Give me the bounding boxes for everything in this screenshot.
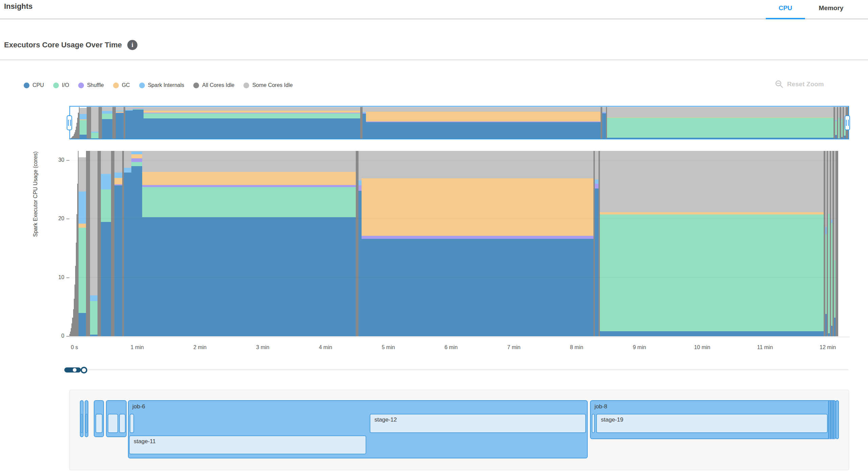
idle-band: [607, 107, 833, 117]
timeline-stage[interactable]: [592, 414, 595, 433]
x-tick-label: 1 min: [122, 344, 152, 350]
legend-item-i-o[interactable]: I/O: [53, 82, 69, 88]
idle-band: [142, 151, 356, 172]
chart-segment: [144, 107, 360, 139]
legend-item-gc[interactable]: GC: [113, 82, 130, 88]
legend-item-spark-internals[interactable]: Spark Internals: [139, 82, 185, 88]
idle-band: [97, 151, 101, 336]
chart-band: [91, 138, 99, 139]
x-tick-label: 9 min: [624, 344, 655, 350]
chart-band: [359, 191, 362, 336]
cpu-usage-chart[interactable]: [69, 149, 838, 336]
idle-band: [595, 151, 599, 180]
timeline-job-stripe[interactable]: [833, 401, 835, 439]
idle-band: [125, 107, 133, 110]
chart-band: [133, 108, 144, 108]
chart-segment: [79, 149, 86, 336]
chart-segment: [111, 149, 114, 336]
chart-band: [359, 180, 362, 186]
chart-band: [125, 110, 133, 111]
chart-band: [595, 184, 599, 188]
legend-dot-icon: [139, 83, 145, 88]
toggle-knob-icon: [73, 368, 77, 372]
chart-band: [79, 313, 86, 336]
timeline-stage[interactable]: [86, 414, 87, 433]
legend-item-label: I/O: [62, 82, 69, 88]
idle-band: [101, 151, 111, 174]
timeline-stage[interactable]: [108, 414, 118, 433]
legend-item-label: All Cores Idle: [202, 82, 234, 88]
chart-band: [131, 166, 142, 336]
timeline-stage[interactable]: [119, 414, 126, 433]
legend-item-all-cores-idle[interactable]: All Cores Idle: [193, 82, 234, 88]
minimap-chart[interactable]: [70, 107, 848, 139]
reset-zoom-button[interactable]: Reset Zoom: [775, 80, 824, 89]
chart-band: [607, 138, 833, 139]
idle-band: [116, 107, 124, 111]
chart-band: [595, 188, 599, 336]
timeline-job-stripe[interactable]: [830, 401, 833, 439]
chart-band: [114, 178, 122, 184]
chart-segment: [360, 107, 363, 139]
chart-band: [600, 331, 824, 336]
chart-band: [142, 187, 356, 217]
legend-item-shuffle[interactable]: Shuffle: [78, 82, 104, 88]
chart-band: [116, 112, 124, 113]
timeline-stage-stage-12[interactable]: [370, 414, 586, 433]
legend-dot-icon: [243, 83, 249, 88]
idle-band: [102, 107, 112, 111]
timeline-stage-stage-19[interactable]: [596, 414, 828, 433]
x-tick-label: 8 min: [561, 344, 592, 350]
section-title: Executors Core Usage Over Time: [4, 41, 122, 49]
slider-handle[interactable]: [81, 367, 87, 374]
brush-handle-right[interactable]: [845, 115, 850, 130]
chart-band: [102, 111, 112, 114]
info-icon[interactable]: i: [127, 40, 137, 50]
timeline-stage-stage-11[interactable]: [129, 435, 366, 454]
timeline-job-stripe[interactable]: [828, 401, 830, 439]
chart-band: [133, 107, 144, 107]
chart-segment: [366, 107, 601, 139]
timeline-stage[interactable]: [130, 414, 134, 433]
timeline-job[interactable]: [836, 400, 839, 439]
idle-band: [602, 107, 606, 112]
grip-icon: [68, 120, 71, 126]
y-axis-title: Spark Executor CPU Usage (cores): [32, 151, 39, 237]
chart-band: [366, 121, 601, 122]
legend-dot-icon: [78, 83, 84, 88]
idle-band: [114, 151, 122, 173]
idle-band: [360, 107, 363, 139]
chart-band: [366, 122, 601, 139]
x-tick-label: 11 min: [750, 344, 780, 350]
chart-band: [131, 152, 142, 155]
chart-band: [133, 109, 144, 110]
idle-band: [362, 151, 593, 179]
active-tab-underline: [766, 18, 805, 19]
section-heading: Executors Core Usage Over Time i: [4, 40, 137, 50]
tab-memory[interactable]: Memory: [810, 2, 852, 16]
chart-band: [131, 162, 142, 166]
timeline-stage[interactable]: [95, 414, 103, 433]
y-tick-mark: [66, 336, 69, 337]
x-tick-label: 7 min: [499, 344, 529, 350]
chart-segment: [602, 107, 606, 139]
legend-dot-icon: [113, 83, 119, 88]
chart-band: [600, 214, 824, 331]
grip-icon: [846, 120, 849, 126]
timeline-stage[interactable]: [81, 414, 83, 433]
idle-band: [363, 107, 366, 112]
legend-item-label: CPU: [32, 82, 44, 88]
legend-item-cpu[interactable]: CPU: [24, 82, 44, 88]
chart-band: [602, 113, 606, 139]
brush-handle-left[interactable]: [67, 115, 72, 130]
tab-cpu[interactable]: CPU: [766, 2, 805, 16]
legend-item-some-cores-idle[interactable]: Some Cores Idle: [243, 82, 292, 88]
chart-segment: [124, 149, 131, 336]
chart-band: [124, 173, 131, 336]
chart-band: [80, 114, 87, 119]
idle-band: [90, 151, 97, 295]
idle-band: [111, 151, 114, 336]
chart-segment: [86, 149, 90, 336]
chart-band: [91, 133, 99, 138]
chart-segment: [595, 149, 599, 336]
